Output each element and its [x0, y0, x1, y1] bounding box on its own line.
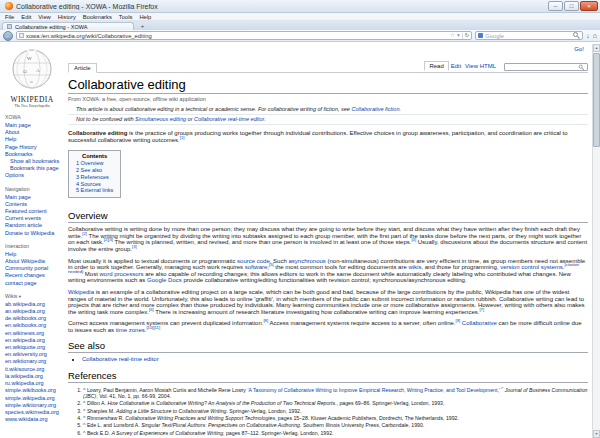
sidebar-link[interactable]: la.wikipedia.org [5, 373, 64, 380]
url-input[interactable]: xowa:/en.wikipedia.org/wiki/Collaborativ… [26, 33, 448, 39]
tab-edit[interactable]: Edit [449, 62, 463, 70]
downloads-icon[interactable] [586, 32, 590, 39]
article-link[interactable]: wikis [408, 264, 421, 270]
sidebar-link[interactable]: species.wikimedia.org [5, 409, 64, 416]
citation-link[interactable]: [2][3] [104, 237, 113, 242]
sidebar-link[interactable]: Community portal [5, 265, 64, 272]
sidebar-link[interactable]: ab.wikipedia.org [5, 301, 64, 308]
sidebar-link[interactable]: Main page [5, 194, 64, 201]
bookmark-star-icon[interactable] [450, 33, 455, 39]
back-button[interactable] [3, 31, 13, 41]
minimize-button[interactable] [548, 1, 563, 11]
sidebar-link[interactable]: simple.wiktionary.org [5, 402, 64, 409]
article-link[interactable]: software [245, 264, 268, 270]
sidebar-link[interactable]: Featured content [5, 208, 64, 215]
sidebar-link[interactable]: Page History [5, 144, 64, 151]
article-link[interactable]: word processors [99, 271, 143, 277]
article-link[interactable]: version control systems [500, 264, 563, 270]
sidebar-link[interactable]: Current events [5, 215, 64, 222]
toc-item[interactable]: 5 External links [76, 187, 113, 194]
sidebar-section-wikis: Wikis ▾ab.wikipedia.organ.wikipedia.orgd… [0, 293, 64, 423]
sidebar-link[interactable]: en.wikipedia.org [5, 337, 64, 344]
citation-link[interactable]: [1] [180, 135, 185, 140]
toc-item[interactable]: 1 Overview [76, 160, 113, 167]
maximize-button[interactable] [564, 1, 579, 11]
home-icon[interactable] [593, 32, 597, 39]
sidebar-link[interactable]: Main page [5, 122, 64, 129]
sidebar-link[interactable]: Show all bookmarks [5, 158, 64, 165]
sidebar-link[interactable]: Bookmark this page [5, 165, 64, 172]
toc-item[interactable]: 3 References [76, 174, 113, 181]
article-link[interactable]: Collaborative real-time editor [194, 116, 264, 122]
url-bar[interactable]: xowa:/en.wikipedia.org/wiki/Collaborativ… [16, 31, 472, 40]
sidebar-link[interactable]: an.wikipedia.org [5, 308, 64, 315]
article-link[interactable]: time zones [116, 327, 145, 333]
sidebar-link[interactable]: en.wikinews.org [5, 330, 64, 337]
reload-icon[interactable] [465, 33, 470, 39]
toc-item[interactable]: 2 See also [76, 167, 113, 174]
sidebar-link[interactable]: Random article [5, 222, 64, 229]
article-link[interactable]: asynchronous [288, 258, 325, 264]
sidebar-link[interactable]: Options [5, 172, 64, 179]
sidebar-link[interactable]: simple.wikipedia.org [5, 395, 64, 402]
menu-view[interactable]: View [38, 14, 50, 20]
tab-read[interactable]: Read [424, 61, 448, 71]
url-dropdown-icon[interactable] [457, 33, 460, 39]
article-search-icon[interactable] [579, 64, 585, 70]
sidebar-link[interactable]: Contents [5, 201, 64, 208]
scroll-up-icon[interactable] [593, 44, 600, 52]
sidebar-link[interactable]: it.wikisource.org [5, 366, 64, 373]
article-link[interactable]: source code [237, 258, 270, 264]
article-link[interactable]: Collaborative fiction [351, 106, 399, 112]
sidebar-link[interactable]: de.wikibooks.org [5, 315, 64, 322]
menu-help[interactable]: Help [139, 14, 151, 20]
menu-history[interactable]: History [58, 14, 76, 20]
citation-link[interactable]: [10][11] [146, 325, 160, 330]
scrollbar-thumb[interactable] [593, 53, 600, 147]
article-link[interactable]: Wikipedia [68, 289, 94, 295]
sidebar-link[interactable]: en.wiktionary.org [5, 358, 64, 365]
scrollbar[interactable] [592, 44, 600, 438]
sidebar-link[interactable]: en.wikiquote.org [5, 344, 64, 351]
sidebar-link[interactable]: contact page [5, 280, 64, 287]
article-link[interactable]: Collaborative [462, 320, 497, 326]
chevron-down-icon[interactable]: ▾ [17, 294, 21, 299]
menu-file[interactable]: File [5, 14, 14, 20]
sidebar-link[interactable]: Donate to Wikipedia [5, 230, 64, 237]
sidebar-link[interactable]: www.wikidata.org [5, 416, 64, 423]
wikipedia-logo[interactable]: W A Ω и [10, 46, 54, 90]
menu-bookmarks[interactable]: Bookmarks [83, 14, 112, 20]
sidebar-link[interactable]: Recent changes [5, 272, 64, 279]
browser-tab[interactable]: Collaborative editing - XOWA [2, 22, 134, 30]
scroll-down-icon[interactable] [593, 430, 600, 438]
sidebar-link[interactable]: Help [5, 136, 64, 143]
citation-link[interactable]: [3] [132, 244, 137, 249]
sidebar-section-title[interactable]: Wikis ▾ [5, 293, 64, 299]
article-link[interactable]: Collaborative real-time editor [82, 356, 159, 362]
title-bar[interactable]: Collaborative editing - XOWA - Mozilla F… [0, 0, 600, 13]
article-link[interactable]: Google Docs [147, 277, 182, 283]
citation-link[interactable]: [7] [479, 307, 484, 312]
sidebar-link[interactable]: ru.wikipedia.org [5, 380, 64, 387]
go-link[interactable]: Go! [574, 46, 584, 52]
toc-item[interactable]: 4 Sources [76, 181, 113, 188]
article-link[interactable]: Simultaneous editing [135, 116, 186, 122]
sidebar-link[interactable]: About Wikipedia [5, 258, 64, 265]
sidebar-link[interactable]: en.wikiversity.org [5, 351, 64, 358]
tab-article[interactable]: Article [68, 63, 97, 73]
sidebar-link[interactable]: About [5, 129, 64, 136]
article-search-input[interactable] [504, 63, 588, 71]
browser-search-box[interactable]: Google [475, 31, 583, 40]
article-link[interactable]: 'A Taxonomy of Collaborative Writing to … [247, 387, 503, 393]
svg-text:A: A [36, 68, 40, 73]
close-button[interactable] [580, 1, 598, 11]
sidebar-link[interactable]: en.wikibooks.org [5, 322, 64, 329]
menu-edit[interactable]: Edit [21, 14, 31, 20]
search-icon[interactable] [573, 32, 580, 39]
tab-view-html[interactable]: View HTML [463, 62, 498, 70]
new-tab-button[interactable]: + [136, 23, 149, 30]
sidebar-link[interactable]: Bookmarks [5, 151, 64, 158]
menu-tools[interactable]: Tools [119, 14, 133, 20]
sidebar-link[interactable]: Help [5, 251, 64, 258]
sidebar-link[interactable]: simple.wikibooks.org [5, 387, 64, 394]
